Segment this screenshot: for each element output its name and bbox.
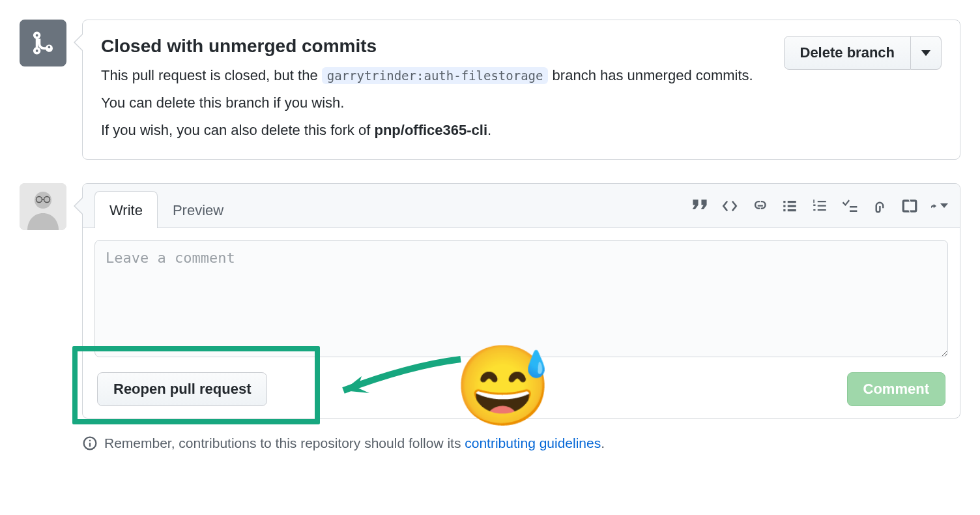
closed-status-panel: Delete branch Closed with unmerged commi…	[82, 20, 960, 160]
contributing-guidelines-link[interactable]: contributing guidelines	[465, 435, 601, 450]
quote-icon[interactable]	[691, 198, 708, 214]
comment-textarea[interactable]	[94, 240, 948, 357]
delete-branch-button[interactable]: Delete branch	[784, 36, 912, 70]
code-icon[interactable]	[721, 198, 738, 214]
comment-header: Write Preview	[83, 184, 960, 228]
svg-point-1	[35, 192, 51, 209]
fork-repo-name: pnp/office365-cli	[374, 122, 487, 138]
chevron-down-icon	[921, 50, 930, 56]
reopen-pr-button[interactable]: Reopen pull request	[97, 372, 267, 406]
comment-button[interactable]: Comment	[847, 372, 945, 406]
numbered-list-icon[interactable]	[811, 198, 828, 214]
bullet-list-icon[interactable]	[781, 198, 798, 214]
merge-status-icon	[20, 20, 66, 66]
tab-preview[interactable]: Preview	[158, 191, 238, 228]
delete-branch-dropdown[interactable]	[911, 36, 942, 70]
avatar	[20, 183, 66, 230]
tab-write[interactable]: Write	[94, 191, 158, 228]
delete-branch-group: Delete branch	[784, 36, 942, 70]
formatting-toolbar	[691, 198, 948, 214]
footer-note: Remember, contributions to this reposito…	[82, 435, 960, 451]
reply-icon[interactable]	[931, 198, 948, 214]
attachment-icon[interactable]	[871, 198, 888, 214]
closed-description: This pull request is closed, but the gar…	[101, 62, 942, 143]
comment-panel: Write Preview	[82, 183, 960, 419]
link-icon[interactable]	[751, 198, 768, 214]
chevron-down-icon	[940, 203, 948, 208]
task-list-icon[interactable]	[841, 198, 858, 214]
branch-tag: garrytrinder:auth-filestorage	[322, 67, 549, 84]
cross-reference-icon[interactable]	[901, 198, 918, 214]
info-icon	[82, 435, 98, 451]
